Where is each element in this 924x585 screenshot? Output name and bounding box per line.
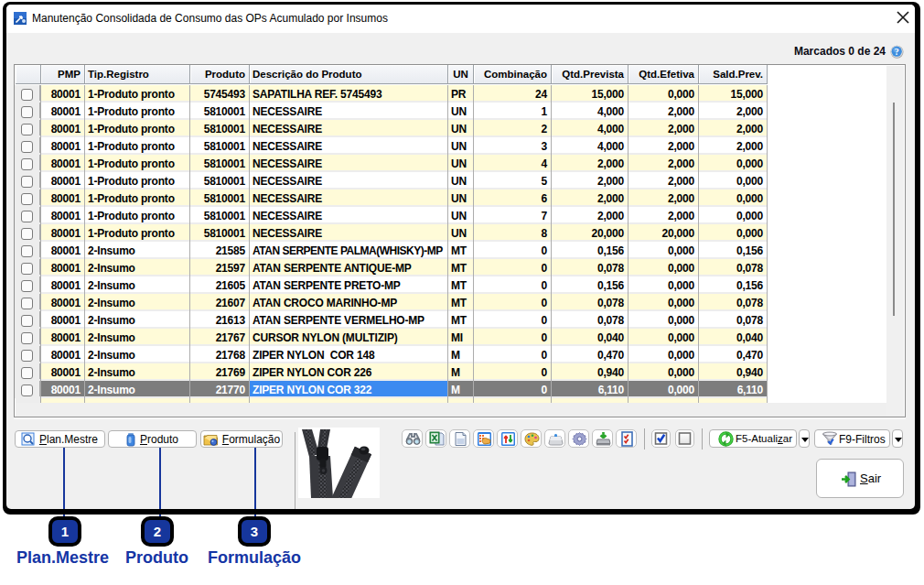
svg-text:?: ? [895,47,899,57]
